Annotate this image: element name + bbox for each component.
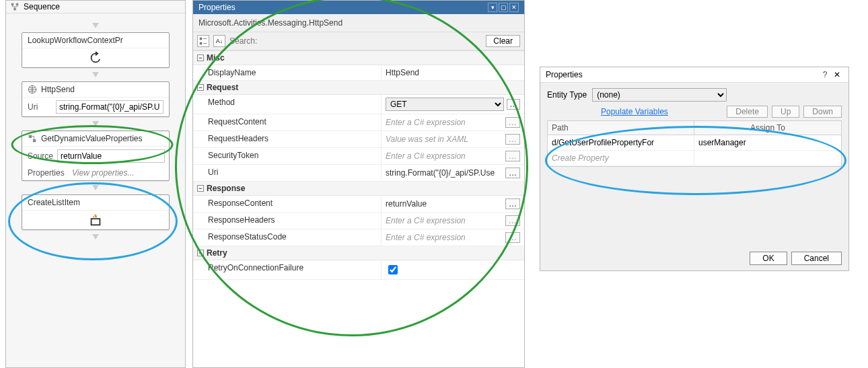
- properties-title-text: Properties: [198, 3, 236, 12]
- prop-value[interactable]: Enter a C# expression…: [382, 229, 524, 246]
- method-select[interactable]: GET: [386, 98, 504, 111]
- svg-rect-5: [33, 139, 36, 142]
- delete-button[interactable]: Delete: [727, 106, 768, 118]
- prop-name: ResponseHeaders: [193, 213, 382, 229]
- workflow-designer-panel: Sequence LookupWorkflowContextPr HttpSen…: [5, 0, 186, 368]
- cell-assign[interactable]: userManager: [694, 135, 841, 150]
- up-button[interactable]: Up: [772, 106, 799, 118]
- collapse-icon[interactable]: −: [197, 54, 204, 61]
- properties-toolbar: A↓ Search: Clear: [193, 32, 524, 50]
- activity-httpsend[interactable]: HttpSend Uri: [22, 81, 170, 117]
- entity-type-select[interactable]: (none): [592, 88, 727, 102]
- refresh-icon: [88, 50, 103, 65]
- activity-getdynamic-title: GetDynamicValueProperties: [41, 134, 143, 143]
- editor-button[interactable]: …: [505, 168, 520, 178]
- properties-titlebar[interactable]: Properties ▾ ▢ ✕: [193, 1, 524, 14]
- editor-button[interactable]: …: [505, 134, 520, 145]
- row-securitytoken[interactable]: SecurityToken Enter a C# expression…: [193, 148, 524, 165]
- flow-arrow-icon: [92, 72, 99, 77]
- dialog-titlebar[interactable]: Properties ? ✕: [540, 67, 848, 83]
- categorized-button[interactable]: [197, 35, 209, 47]
- category-retry[interactable]: −Retry: [193, 246, 524, 260]
- collapse-icon[interactable]: −: [197, 250, 204, 256]
- category-misc[interactable]: −Misc: [193, 51, 524, 65]
- prop-value[interactable]: returnValue…: [382, 196, 524, 212]
- prop-value[interactable]: Enter a C# expression…: [382, 114, 524, 131]
- window-close-button[interactable]: ✕: [509, 3, 519, 12]
- activity-createlistitem[interactable]: CreateListItem: [22, 194, 170, 230]
- category-retry-label: Retry: [207, 248, 227, 258]
- row-displayname[interactable]: DisplayName HttpSend: [193, 65, 524, 81]
- svg-rect-0: [11, 3, 14, 6]
- globe-icon: [28, 85, 37, 94]
- newitem-icon: [88, 213, 103, 227]
- editor-button[interactable]: …: [505, 117, 520, 128]
- prop-name: Method: [193, 95, 382, 114]
- uri-label: Uri: [28, 102, 52, 112]
- row-requestcontent[interactable]: RequestContent Enter a C# expression…: [193, 114, 524, 131]
- prop-value: GET …: [382, 95, 524, 114]
- collapse-icon[interactable]: −: [197, 84, 204, 91]
- category-request[interactable]: −Request: [193, 81, 524, 95]
- properties-label: Properties: [28, 168, 68, 178]
- editor-button[interactable]: …: [505, 232, 520, 243]
- editor-button[interactable]: …: [505, 215, 520, 226]
- flow-arrow-icon: [92, 121, 99, 126]
- retry-checkbox[interactable]: [388, 265, 398, 274]
- category-response[interactable]: −Response: [193, 182, 524, 196]
- cancel-button[interactable]: Cancel: [791, 252, 842, 265]
- close-button[interactable]: ✕: [831, 70, 843, 79]
- clear-search-button[interactable]: Clear: [486, 35, 520, 47]
- svg-rect-6: [92, 219, 100, 225]
- row-responsecontent[interactable]: ResponseContent returnValue…: [193, 196, 524, 213]
- alphabetical-button[interactable]: A↓: [213, 35, 225, 47]
- prop-value[interactable]: Enter a C# expression…: [382, 148, 524, 164]
- row-method[interactable]: Method GET …: [193, 95, 524, 114]
- help-button[interactable]: ?: [819, 70, 831, 79]
- view-properties-link[interactable]: View properties...: [72, 168, 135, 178]
- col-path[interactable]: Path: [548, 121, 694, 135]
- activity-lookup-title: LookupWorkflowContextPr: [28, 36, 123, 45]
- cell-ghost[interactable]: Create Property: [548, 151, 694, 165]
- prop-name: SecurityToken: [193, 148, 382, 164]
- window-pin-button[interactable]: ▢: [499, 3, 508, 12]
- row-uri[interactable]: Uri string.Format("{0}/_api/SP.Use…: [193, 165, 524, 182]
- properties-pane: Properties ▾ ▢ ✕ Microsoft.Activities.Me…: [192, 0, 525, 368]
- down-button[interactable]: Down: [803, 106, 842, 118]
- source-label: Source: [28, 151, 53, 161]
- col-assign[interactable]: Assign To: [694, 121, 841, 135]
- collapse-icon[interactable]: −: [197, 185, 204, 192]
- window-dropdown-button[interactable]: ▾: [488, 3, 497, 12]
- prop-value[interactable]: Value was set in XAML…: [382, 131, 524, 147]
- row-responsestatus[interactable]: ResponseStatusCode Enter a C# expression…: [193, 229, 524, 246]
- table-row[interactable]: d/GetUserProfilePropertyFor userManager: [548, 135, 841, 151]
- prop-value[interactable]: string.Format("{0}/_api/SP.Use…: [382, 165, 524, 181]
- svg-rect-4: [29, 135, 32, 138]
- prop-name: RetryOnConnectionFailure: [193, 260, 382, 279]
- sequence-flow: LookupWorkflowContextPr HttpSend Uri Get…: [6, 13, 185, 249]
- sequence-title: Sequence: [24, 2, 60, 11]
- populate-variables-link[interactable]: Populate Variables: [601, 107, 668, 116]
- editor-button[interactable]: …: [505, 198, 520, 209]
- prop-value[interactable]: HttpSend: [382, 65, 524, 80]
- table-row-ghost[interactable]: Create Property: [548, 151, 841, 166]
- cell-path[interactable]: d/GetUserProfilePropertyFor: [548, 135, 694, 150]
- ok-button[interactable]: OK: [750, 252, 787, 265]
- flow-arrow-icon: [92, 234, 99, 240]
- row-responseheaders[interactable]: ResponseHeaders Enter a C# expression…: [193, 213, 524, 229]
- editor-button[interactable]: …: [507, 99, 520, 110]
- dialog-title-text: Properties: [546, 70, 583, 79]
- sequence-header[interactable]: Sequence: [6, 1, 185, 13]
- activity-getdynamic[interactable]: GetDynamicValueProperties Source Propert…: [22, 131, 170, 181]
- category-misc-label: Misc: [207, 53, 225, 63]
- prop-value[interactable]: Enter a C# expression…: [382, 213, 524, 229]
- editor-button[interactable]: …: [505, 151, 520, 161]
- prop-name: RequestHeaders: [193, 131, 382, 147]
- row-requestheaders[interactable]: RequestHeaders Value was set in XAML…: [193, 131, 524, 148]
- row-retryconn[interactable]: RetryOnConnectionFailure: [193, 260, 524, 280]
- dynamicvalue-icon: [28, 134, 37, 143]
- activity-lookup[interactable]: LookupWorkflowContextPr: [22, 32, 170, 68]
- source-input[interactable]: [57, 149, 165, 163]
- uri-input[interactable]: [56, 100, 164, 114]
- prop-name: DisplayName: [193, 65, 382, 80]
